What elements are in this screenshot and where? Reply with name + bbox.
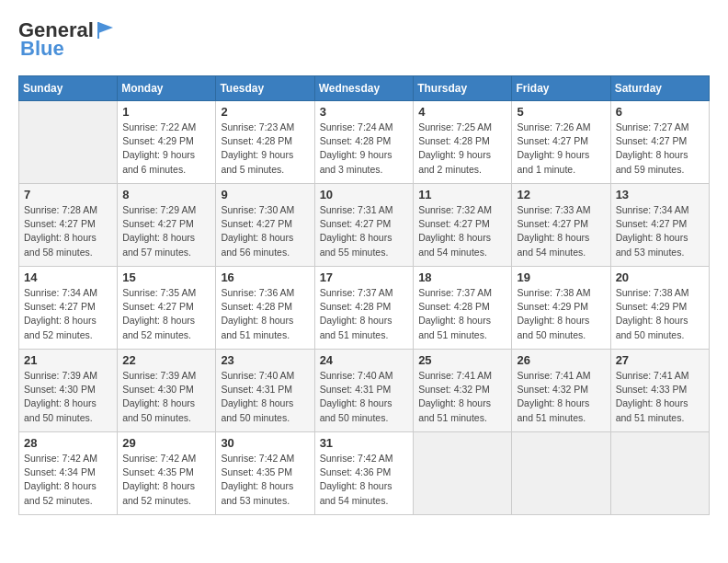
calendar-cell: 25Sunrise: 7:41 AM Sunset: 4:32 PM Dayli… <box>414 350 512 432</box>
calendar-cell: 26Sunrise: 7:41 AM Sunset: 4:32 PM Dayli… <box>512 350 610 432</box>
day-info: Sunrise: 7:28 AM Sunset: 4:27 PM Dayligh… <box>24 203 112 259</box>
weekday-header-sunday: Sunday <box>19 76 118 101</box>
logo-flag-icon <box>95 20 115 40</box>
day-info: Sunrise: 7:39 AM Sunset: 4:30 PM Dayligh… <box>24 369 112 425</box>
day-number: 20 <box>616 270 704 284</box>
calendar-cell: 13Sunrise: 7:34 AM Sunset: 4:27 PM Dayli… <box>610 184 709 267</box>
weekday-header-tuesday: Tuesday <box>216 76 314 101</box>
day-number: 13 <box>616 188 704 201</box>
calendar-week-row: 7Sunrise: 7:28 AM Sunset: 4:27 PM Daylig… <box>19 184 710 267</box>
weekday-header-monday: Monday <box>118 76 216 101</box>
day-info: Sunrise: 7:36 AM Sunset: 4:28 PM Dayligh… <box>221 286 309 342</box>
calendar-cell: 15Sunrise: 7:35 AM Sunset: 4:27 PM Dayli… <box>118 267 216 350</box>
day-number: 26 <box>517 353 605 367</box>
day-info: Sunrise: 7:40 AM Sunset: 4:31 PM Dayligh… <box>320 369 409 425</box>
calendar-cell: 6Sunrise: 7:27 AM Sunset: 4:27 PM Daylig… <box>610 101 709 184</box>
calendar-cell: 27Sunrise: 7:41 AM Sunset: 4:33 PM Dayli… <box>610 350 709 432</box>
calendar-cell: 30Sunrise: 7:42 AM Sunset: 4:35 PM Dayli… <box>216 432 314 515</box>
day-number: 6 <box>616 105 704 119</box>
calendar-cell <box>610 432 709 515</box>
calendar-cell: 18Sunrise: 7:37 AM Sunset: 4:28 PM Dayli… <box>414 267 512 350</box>
logo: General Blue <box>18 18 115 61</box>
weekday-header-friday: Friday <box>512 76 610 101</box>
day-info: Sunrise: 7:42 AM Sunset: 4:34 PM Dayligh… <box>24 452 112 508</box>
day-number: 4 <box>418 105 506 119</box>
day-number: 3 <box>320 105 409 119</box>
day-info: Sunrise: 7:39 AM Sunset: 4:30 PM Dayligh… <box>122 369 210 425</box>
day-number: 5 <box>517 105 605 119</box>
calendar-cell: 3Sunrise: 7:24 AM Sunset: 4:28 PM Daylig… <box>314 101 414 184</box>
svg-rect-1 <box>97 22 99 39</box>
day-info: Sunrise: 7:42 AM Sunset: 4:36 PM Dayligh… <box>320 452 409 508</box>
calendar-cell: 16Sunrise: 7:36 AM Sunset: 4:28 PM Dayli… <box>216 267 314 350</box>
day-number: 16 <box>221 270 309 284</box>
day-number: 27 <box>616 353 704 367</box>
day-info: Sunrise: 7:40 AM Sunset: 4:31 PM Dayligh… <box>221 369 309 425</box>
calendar-header-row: SundayMondayTuesdayWednesdayThursdayFrid… <box>19 76 710 101</box>
day-number: 19 <box>517 270 605 284</box>
day-number: 8 <box>122 188 210 201</box>
day-info: Sunrise: 7:26 AM Sunset: 4:27 PM Dayligh… <box>517 121 605 177</box>
calendar-week-row: 28Sunrise: 7:42 AM Sunset: 4:34 PM Dayli… <box>19 432 710 515</box>
day-info: Sunrise: 7:37 AM Sunset: 4:28 PM Dayligh… <box>320 286 409 342</box>
day-info: Sunrise: 7:32 AM Sunset: 4:27 PM Dayligh… <box>418 203 506 259</box>
weekday-header-saturday: Saturday <box>610 76 709 101</box>
calendar-cell: 28Sunrise: 7:42 AM Sunset: 4:34 PM Dayli… <box>19 432 118 515</box>
calendar-cell: 31Sunrise: 7:42 AM Sunset: 4:36 PM Dayli… <box>314 432 414 515</box>
day-info: Sunrise: 7:38 AM Sunset: 4:29 PM Dayligh… <box>616 286 704 342</box>
calendar-cell: 10Sunrise: 7:31 AM Sunset: 4:27 PM Dayli… <box>314 184 414 267</box>
day-number: 23 <box>221 353 309 367</box>
calendar-cell: 14Sunrise: 7:34 AM Sunset: 4:27 PM Dayli… <box>19 267 118 350</box>
calendar-cell: 23Sunrise: 7:40 AM Sunset: 4:31 PM Dayli… <box>216 350 314 432</box>
calendar-cell: 19Sunrise: 7:38 AM Sunset: 4:29 PM Dayli… <box>512 267 610 350</box>
day-number: 21 <box>24 353 112 367</box>
calendar-week-row: 21Sunrise: 7:39 AM Sunset: 4:30 PM Dayli… <box>19 350 710 432</box>
day-info: Sunrise: 7:35 AM Sunset: 4:27 PM Dayligh… <box>122 286 210 342</box>
day-info: Sunrise: 7:25 AM Sunset: 4:28 PM Dayligh… <box>418 121 506 177</box>
day-info: Sunrise: 7:29 AM Sunset: 4:27 PM Dayligh… <box>122 203 210 259</box>
day-info: Sunrise: 7:34 AM Sunset: 4:27 PM Dayligh… <box>616 203 704 259</box>
day-number: 17 <box>320 270 409 284</box>
calendar-cell: 20Sunrise: 7:38 AM Sunset: 4:29 PM Dayli… <box>610 267 709 350</box>
weekday-header-thursday: Thursday <box>414 76 512 101</box>
day-info: Sunrise: 7:33 AM Sunset: 4:27 PM Dayligh… <box>517 203 605 259</box>
day-info: Sunrise: 7:31 AM Sunset: 4:27 PM Dayligh… <box>320 203 409 259</box>
day-number: 11 <box>418 188 506 201</box>
day-info: Sunrise: 7:37 AM Sunset: 4:28 PM Dayligh… <box>418 286 506 342</box>
day-info: Sunrise: 7:34 AM Sunset: 4:27 PM Dayligh… <box>24 286 112 342</box>
day-info: Sunrise: 7:41 AM Sunset: 4:33 PM Dayligh… <box>616 369 704 425</box>
svg-marker-0 <box>98 22 113 33</box>
day-info: Sunrise: 7:42 AM Sunset: 4:35 PM Dayligh… <box>221 452 309 508</box>
day-info: Sunrise: 7:23 AM Sunset: 4:28 PM Dayligh… <box>221 121 309 177</box>
day-number: 28 <box>24 436 112 450</box>
calendar-week-row: 1Sunrise: 7:22 AM Sunset: 4:29 PM Daylig… <box>19 101 710 184</box>
calendar-cell: 4Sunrise: 7:25 AM Sunset: 4:28 PM Daylig… <box>414 101 512 184</box>
calendar-cell <box>512 432 610 515</box>
day-number: 29 <box>122 436 210 450</box>
calendar-cell <box>414 432 512 515</box>
calendar-cell: 21Sunrise: 7:39 AM Sunset: 4:30 PM Dayli… <box>19 350 118 432</box>
day-info: Sunrise: 7:22 AM Sunset: 4:29 PM Dayligh… <box>122 121 210 177</box>
day-number: 7 <box>24 188 112 201</box>
day-number: 14 <box>24 270 112 284</box>
calendar-week-row: 14Sunrise: 7:34 AM Sunset: 4:27 PM Dayli… <box>19 267 710 350</box>
day-number: 9 <box>221 188 309 201</box>
calendar-cell: 7Sunrise: 7:28 AM Sunset: 4:27 PM Daylig… <box>19 184 118 267</box>
calendar-cell: 8Sunrise: 7:29 AM Sunset: 4:27 PM Daylig… <box>118 184 216 267</box>
calendar-cell: 29Sunrise: 7:42 AM Sunset: 4:35 PM Dayli… <box>118 432 216 515</box>
logo-blue-text: Blue <box>20 37 64 61</box>
day-info: Sunrise: 7:41 AM Sunset: 4:32 PM Dayligh… <box>418 369 506 425</box>
day-number: 12 <box>517 188 605 201</box>
calendar-cell: 24Sunrise: 7:40 AM Sunset: 4:31 PM Dayli… <box>314 350 414 432</box>
day-number: 30 <box>221 436 309 450</box>
day-info: Sunrise: 7:41 AM Sunset: 4:32 PM Dayligh… <box>517 369 605 425</box>
day-number: 1 <box>122 105 210 119</box>
calendar-cell: 5Sunrise: 7:26 AM Sunset: 4:27 PM Daylig… <box>512 101 610 184</box>
calendar-cell: 2Sunrise: 7:23 AM Sunset: 4:28 PM Daylig… <box>216 101 314 184</box>
day-info: Sunrise: 7:42 AM Sunset: 4:35 PM Dayligh… <box>122 452 210 508</box>
calendar-table: SundayMondayTuesdayWednesdayThursdayFrid… <box>18 75 710 515</box>
page-header: General Blue <box>18 18 710 61</box>
calendar-cell: 11Sunrise: 7:32 AM Sunset: 4:27 PM Dayli… <box>414 184 512 267</box>
day-number: 22 <box>122 353 210 367</box>
day-number: 2 <box>221 105 309 119</box>
